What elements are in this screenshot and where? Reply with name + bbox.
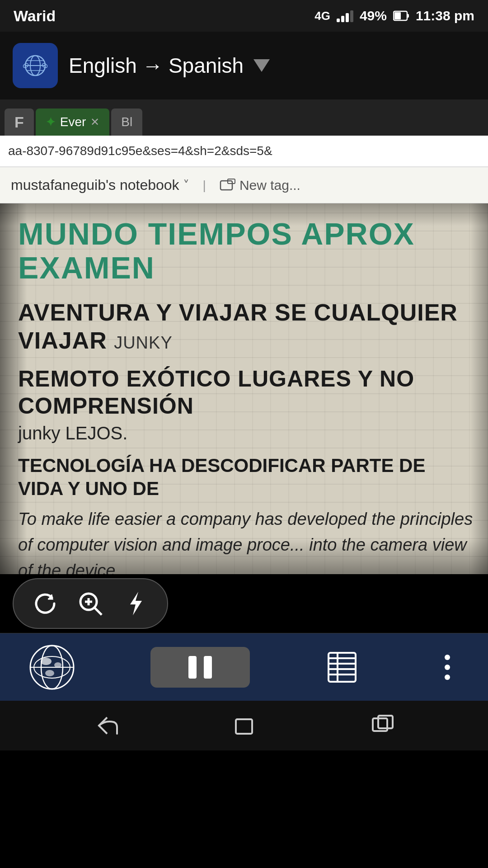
notebook-header: mustafaneguib's notebook ˅ | New tag... — [0, 167, 488, 203]
tab-close-button[interactable]: ✕ — [90, 116, 99, 128]
pause-bar-left — [188, 656, 197, 679]
new-tag-button[interactable]: New tag... — [220, 177, 300, 193]
dropdown-chevron-icon[interactable] — [253, 59, 270, 72]
notebook-name: mustafaneguib's notebook — [11, 177, 179, 193]
body-text: To make life easier a company has develo… — [18, 506, 474, 574]
flash-icon — [122, 590, 149, 617]
svg-rect-2 — [407, 14, 409, 18]
book-button[interactable] — [324, 649, 360, 685]
notebook-chevron-icon: ˅ — [183, 178, 189, 193]
heading-4: TECNOLOGÍA HA DESCODIFICAR PARTE DE VIDA… — [18, 454, 474, 500]
book-icon — [324, 649, 360, 685]
tab-f[interactable]: F — [5, 108, 34, 136]
signal-icon — [337, 9, 353, 22]
system-nav — [0, 701, 488, 750]
back-icon — [93, 713, 118, 738]
back-button[interactable] — [87, 708, 123, 744]
target-language: Spanish — [169, 53, 244, 78]
heading-3: REMOTO EXÓTICO LUGARES Y NO COMPRENSIÓN — [18, 365, 474, 420]
svg-line-13 — [94, 607, 102, 615]
zoom-in-icon — [77, 590, 104, 617]
globe-nav-icon — [27, 642, 77, 692]
recent-apps-icon — [370, 713, 395, 738]
more-dot-2 — [445, 665, 450, 670]
document-content: MUNDO TIEMPOS APROX EXAMEN AVENTURA Y VI… — [0, 203, 488, 574]
more-button[interactable] — [434, 649, 461, 685]
recent-apps-button[interactable] — [365, 708, 401, 744]
flash-button[interactable] — [117, 585, 154, 622]
more-dot-3 — [445, 675, 450, 680]
time-label: 11:38 pm — [416, 8, 474, 24]
arrow-icon: → — [142, 53, 163, 78]
separator: | — [203, 178, 206, 193]
svg-rect-1 — [394, 12, 401, 19]
svg-marker-16 — [130, 592, 142, 615]
globe-wreath-icon — [19, 50, 51, 81]
home-icon — [231, 713, 257, 738]
tab-bi-label: Bl — [121, 115, 132, 129]
notebook-selector[interactable]: mustafaneguib's notebook ˅ — [11, 177, 189, 193]
url-bar[interactable]: aa-8307-96789d91c95e&ses=4&sh=2&sds=5& — [0, 136, 488, 167]
zoom-in-button[interactable] — [72, 585, 108, 622]
svg-rect-30 — [236, 719, 252, 734]
junky-inline-text: junky — [114, 333, 173, 352]
pause-button[interactable] — [150, 647, 250, 688]
app-header: English → Spanish — [0, 32, 488, 99]
status-icons: 4G 49% 11:38 pm — [314, 8, 474, 24]
controls-bar — [0, 574, 488, 633]
controls-pill — [13, 578, 168, 629]
battery-icon — [393, 9, 409, 22]
svg-point-23 — [45, 670, 54, 676]
home-button[interactable] — [226, 708, 262, 744]
refresh-button[interactable] — [27, 585, 63, 622]
heading-2: AVENTURA Y VIAJAR SE CUALQUIER VIAJAR ju… — [18, 298, 474, 355]
main-content: MUNDO TIEMPOS APROX EXAMEN AVENTURA Y VI… — [0, 203, 488, 574]
tab-evernote-label: Ever — [60, 115, 86, 129]
svg-rect-24 — [328, 653, 356, 682]
tab-evernote-icon: ✦ — [46, 115, 56, 129]
browser-tabs: F ✦ Ever ✕ Bl — [0, 99, 488, 136]
status-bar: Warid 4G 49% 11:38 pm — [0, 0, 488, 32]
battery-label: 49% — [360, 8, 387, 24]
tag-icon — [220, 177, 236, 193]
tab-bi[interactable]: Bl — [111, 108, 142, 136]
heading-1: MUNDO TIEMPOS APROX EXAMEN — [18, 217, 474, 285]
app-icon[interactable] — [13, 43, 58, 88]
svg-point-22 — [54, 662, 61, 668]
url-text: aa-8307-96789d91c95e&ses=4&sh=2&sds=5& — [8, 144, 272, 158]
globe-nav-button[interactable] — [27, 642, 77, 692]
svg-rect-10 — [221, 181, 232, 190]
tab-f-label: F — [14, 113, 24, 131]
language-selector[interactable]: English → Spanish — [69, 53, 270, 78]
svg-point-21 — [41, 658, 52, 665]
heading-2-text: AVENTURA Y VIAJAR SE CUALQUIER VIAJAR — [18, 299, 458, 354]
tab-evernote[interactable]: ✦ Ever ✕ — [36, 108, 110, 136]
new-tag-label: New tag... — [239, 178, 300, 193]
more-dot-1 — [445, 655, 450, 660]
refresh-icon — [32, 590, 59, 617]
bottom-nav — [0, 633, 488, 701]
pause-bar-right — [204, 656, 212, 679]
junky-lejos-text: junky LEJOS. — [18, 423, 474, 443]
network-type: 4G — [314, 9, 330, 23]
source-language: English — [69, 53, 137, 78]
carrier-label: Warid — [14, 7, 56, 25]
